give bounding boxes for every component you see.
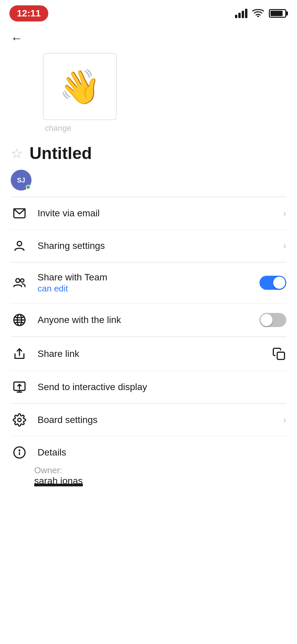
menu-item-send-display[interactable]: Send to interactive display [0,371,297,403]
cover-emoji: 👋 [59,70,101,103]
link-access-label: Anyone with the link [38,315,121,325]
owner-name: sarah jonas [34,476,83,486]
toggle-link-access[interactable] [259,313,286,327]
svg-point-3 [16,279,20,283]
menu-item-invite-email[interactable]: Invite via email › [0,197,297,229]
team-icon [11,276,28,289]
svg-point-11 [18,418,21,422]
cover-image[interactable]: 👋 [43,53,117,120]
menu-item-sharing-settings[interactable]: Sharing settings › [0,230,297,262]
svg-point-2 [17,241,21,246]
info-icon [11,446,28,459]
status-time: 12:11 [9,5,48,21]
battery-icon [269,9,286,18]
menu-item-share-link[interactable]: Share link [0,337,297,371]
star-icon[interactable]: ☆ [11,147,23,160]
status-icons [235,8,286,19]
display-icon [11,380,28,394]
svg-point-0 [257,15,259,17]
menu-item-board-settings[interactable]: Board settings › [0,404,297,436]
chevron-right-icon-3: › [283,415,286,425]
svg-point-4 [20,279,24,282]
avatar-row: SJ [0,166,297,197]
copy-icon [272,346,286,361]
invite-email-label: Invite via email [38,208,100,219]
avatar-initials: SJ [17,176,25,184]
share-team-sublabel: can edit [38,283,107,294]
sharing-settings-chevron: › [283,240,286,251]
chevron-right-icon: › [283,208,286,219]
cover-area: 👋 change [0,50,297,133]
details-section: Details Owner: sarah jonas [0,436,297,496]
invite-email-chevron: › [283,208,286,219]
share-team-toggle[interactable] [259,276,286,290]
status-bar: 12:11 [0,0,297,24]
signal-icon [235,9,247,18]
svg-rect-8 [277,352,285,360]
online-dot [26,185,31,190]
share-link-copy[interactable] [272,346,286,361]
board-title: Untitled [29,144,92,163]
share-team-label: Share with Team [38,272,107,283]
toggle-knob-2 [260,314,273,326]
settings-icon [11,413,28,427]
send-display-label: Send to interactive display [38,382,147,392]
change-label[interactable]: change [43,123,71,133]
owner-label: Owner: [34,465,286,476]
chevron-right-icon-2: › [283,240,286,251]
avatar[interactable]: SJ [11,170,32,191]
wifi-icon [252,8,264,19]
title-row: ☆ Untitled [0,138,297,166]
globe-icon [11,313,28,327]
owner-block: Owner: sarah jonas [11,459,286,486]
share-team-text: Share with Team can edit [38,272,107,294]
email-icon [11,207,28,220]
person-icon [11,239,28,253]
menu-item-link-access[interactable]: Anyone with the link [0,304,297,336]
toggle-share-team[interactable] [259,276,286,290]
share-link-label: Share link [38,348,79,359]
back-arrow-icon[interactable]: ← [11,32,23,44]
menu-item-share-team[interactable]: Share with Team can edit [0,263,297,303]
sharing-settings-label: Sharing settings [38,240,105,251]
link-access-toggle[interactable] [259,313,286,327]
toggle-knob [273,277,285,289]
share-icon [11,347,28,361]
board-settings-chevron: › [283,415,286,425]
board-settings-label: Board settings [38,415,98,425]
details-label: Details [38,447,66,458]
back-button[interactable]: ← [0,24,297,50]
